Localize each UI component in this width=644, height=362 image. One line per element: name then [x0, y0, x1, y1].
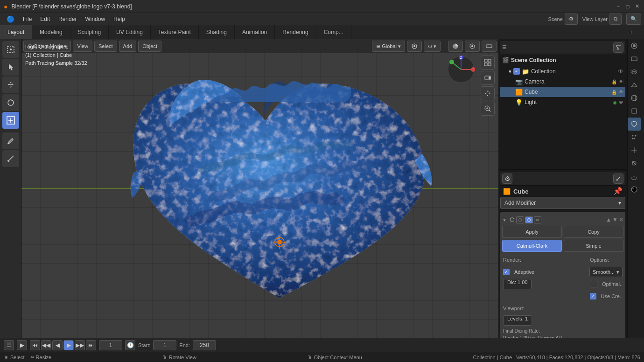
toggle-overlays-button[interactable]	[465, 41, 480, 52]
snap-button[interactable]	[407, 41, 422, 52]
props-tab-material[interactable]	[628, 183, 641, 196]
props-tab-physics[interactable]	[628, 144, 641, 157]
pan-view-button[interactable]	[481, 86, 495, 100]
current-frame-input[interactable]	[99, 340, 122, 350]
play-back-button[interactable]: ◀	[52, 340, 63, 350]
tab-uv-editing[interactable]: UV Editing	[109, 25, 151, 39]
mod-edit-icon[interactable]: ✏	[534, 216, 541, 223]
props-tab-modifiers[interactable]	[628, 118, 641, 131]
props-tab-object[interactable]	[628, 104, 641, 118]
minimize-button[interactable]: −	[615, 3, 622, 10]
svg-rect-25	[484, 63, 487, 66]
scene-selector[interactable]: ⚙	[565, 14, 578, 25]
add-workspace-button[interactable]: +	[622, 25, 640, 39]
properties-icon-toggle[interactable]: ⚙	[502, 174, 512, 184]
camera-view-button[interactable]	[481, 71, 495, 85]
viewport-object-button[interactable]: Object	[138, 41, 161, 52]
properties-popout-button[interactable]: ⤢	[613, 174, 623, 184]
tool-rotate[interactable]	[2, 94, 19, 111]
collection-row[interactable]: ▼ ✓ 📁 Collection 👁	[500, 66, 625, 77]
adaptive-checkbox[interactable]: ✓	[503, 269, 510, 275]
tool-annotate[interactable]	[2, 132, 19, 149]
step-back-button[interactable]: ◀◀	[41, 340, 51, 350]
viewport-add-button[interactable]: Add	[119, 41, 137, 52]
props-tab-data[interactable]	[628, 170, 641, 183]
menu-help[interactable]: Help	[110, 15, 129, 23]
tab-shading[interactable]: Shading	[199, 25, 235, 39]
outliner-filter-button[interactable]	[613, 42, 623, 53]
props-tab-constraints[interactable]	[628, 157, 641, 170]
properties-pin-button[interactable]: 📌	[613, 188, 623, 195]
grid-view-button[interactable]	[481, 56, 495, 70]
props-tab-particles[interactable]	[628, 131, 641, 144]
start-frame-input[interactable]	[153, 340, 176, 350]
collection-eye-icon[interactable]: 👁	[618, 68, 623, 75]
tab-modeling[interactable]: Modeling	[32, 25, 70, 39]
tool-move[interactable]	[2, 77, 19, 93]
tab-rendering[interactable]: Rendering	[275, 25, 316, 39]
tool-transform[interactable]	[2, 112, 19, 129]
light-eye-icon[interactable]: 👁	[619, 100, 623, 105]
catmull-clark-button[interactable]: Catmull-Clark	[502, 240, 562, 252]
add-modifier-button[interactable]: Add Modifier ▾	[500, 197, 625, 209]
tab-animation[interactable]: Animation	[235, 25, 275, 39]
menu-window[interactable]: Window	[81, 15, 109, 23]
play-forward-button[interactable]: ▶	[63, 340, 74, 350]
simple-button[interactable]: Simple	[564, 240, 623, 252]
menu-file[interactable]: File	[19, 15, 35, 23]
step-forward-button[interactable]: ▶▶	[75, 340, 85, 350]
tab-layout[interactable]: Layout	[0, 25, 32, 39]
tab-sculpting[interactable]: Sculpting	[70, 25, 109, 39]
menu-render[interactable]: Render	[55, 15, 80, 23]
tool-select-box[interactable]	[2, 41, 19, 58]
viewport-gizmo[interactable]: X Y Z	[447, 56, 475, 84]
copy-button[interactable]: Copy	[564, 226, 623, 238]
levels-value-button[interactable]: Levels: 1	[503, 315, 532, 326]
menu-blender[interactable]: 🔵	[3, 14, 18, 24]
tool-measure[interactable]	[2, 150, 19, 167]
collection-visible-check[interactable]: ✓	[513, 68, 520, 75]
mod-down-icon[interactable]: ▼	[612, 216, 618, 223]
props-tab-view-layer[interactable]	[628, 65, 641, 78]
smooth-dropdown[interactable]: Smooth... ▾	[589, 267, 623, 277]
object-icon: 🟧	[503, 188, 511, 195]
transform-orientation-dropdown[interactable]: ⊕ Global ▾	[372, 41, 405, 52]
cube-row[interactable]: 🟧 Cube 🔒 👁	[500, 87, 625, 97]
light-row[interactable]: 💡 Light ◉ 👁	[500, 97, 625, 107]
toggle-xray-button[interactable]	[482, 41, 497, 52]
props-tab-world[interactable]	[628, 91, 641, 104]
camera-row[interactable]: 📷 Camera 🔒 👁	[500, 77, 625, 87]
timeline-playback-button[interactable]: ▶	[17, 340, 27, 350]
cube-eye-icon[interactable]: 👁	[619, 90, 623, 95]
tab-comp[interactable]: Comp...	[316, 25, 351, 39]
jump-end-button[interactable]: ⏭	[86, 340, 96, 350]
props-tab-output[interactable]	[628, 52, 641, 65]
proportional-edit-button[interactable]: ⊙ ▾	[424, 41, 441, 52]
viewport[interactable]: ☉ Object Mode ▾ View Select Add Object ⊕…	[21, 39, 498, 338]
zoom-view-button[interactable]	[481, 102, 495, 116]
end-frame-input[interactable]	[193, 340, 216, 350]
optimal-checkbox[interactable]	[591, 281, 597, 287]
apply-button[interactable]: Apply	[502, 226, 562, 238]
viewport-select-button[interactable]: Select	[94, 41, 117, 52]
jump-start-button[interactable]: ⏮	[30, 340, 40, 350]
props-tab-scene[interactable]	[628, 78, 641, 91]
viewport-shading-button[interactable]	[448, 41, 463, 52]
view-layer-selector[interactable]: ⧉	[609, 14, 622, 25]
tool-cursor[interactable]	[2, 59, 19, 76]
mod-delete-icon[interactable]: ✕	[619, 216, 623, 223]
mod-viewport-icon[interactable]: ⬡	[525, 216, 533, 223]
timeline-menu-button[interactable]: ☰	[4, 340, 14, 350]
menu-edit[interactable]: Edit	[36, 15, 54, 23]
dic-value-button[interactable]: Dic: 1.00	[503, 279, 532, 289]
search-button[interactable]: 🔍	[626, 14, 641, 25]
props-tab-render[interactable]	[628, 39, 641, 52]
mod-expand-icon[interactable]: ▼	[502, 217, 507, 223]
use-cre-checkbox[interactable]: ✓	[590, 293, 596, 299]
maximize-button[interactable]: □	[624, 3, 631, 10]
mod-render-icon[interactable]: ⬡	[516, 216, 524, 223]
close-button[interactable]: ✕	[634, 3, 640, 10]
camera-eye-icon[interactable]: 👁	[619, 79, 623, 84]
mod-up-icon[interactable]: ▲	[606, 216, 611, 223]
tab-texture-paint[interactable]: Texture Paint	[151, 25, 199, 39]
